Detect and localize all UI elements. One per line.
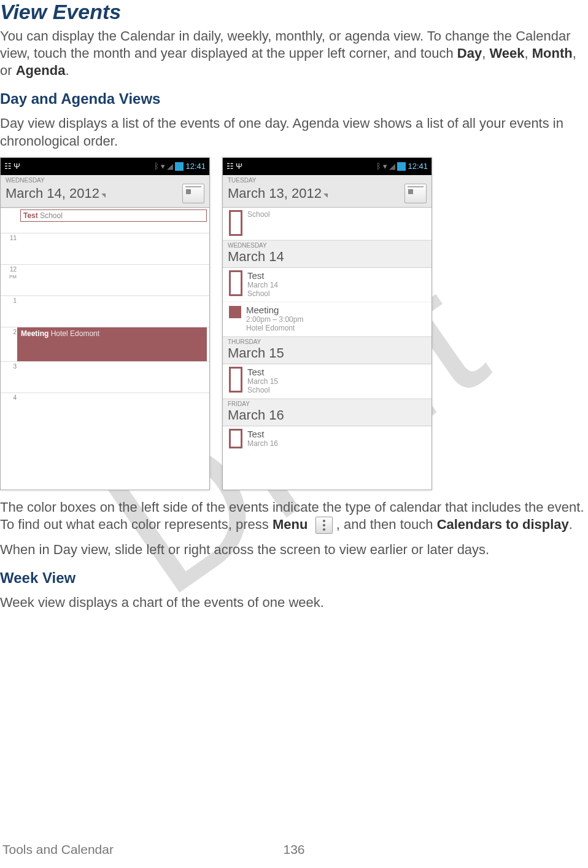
agenda-dow: FRIDAY: [223, 399, 431, 407]
battery-icon: [175, 162, 184, 171]
day-of-week: TUESDAY: [223, 175, 431, 184]
bluetooth-icon: ᛒ: [376, 162, 381, 171]
page-number: 136: [283, 842, 304, 857]
agenda-date: March 14: [223, 249, 431, 268]
agenda-date: March 15: [223, 345, 431, 364]
agenda-event[interactable]: Test March 14 School: [223, 268, 431, 302]
menu-icon: [315, 517, 333, 534]
signal-icon: ◢: [389, 162, 395, 171]
day-of-week: WEDNESDAY: [1, 175, 209, 184]
calendar-header: WEDNESDAY March 14, 2012: [1, 175, 209, 208]
hour-label: [1, 208, 18, 233]
agenda-date: March 16: [223, 407, 431, 426]
calendar-header: TUESDAY March 13, 2012: [223, 175, 431, 208]
day-view-screenshot: ☷ Ψ ᛒ ▾ ◢ 12:41 WEDNESDAY March 14, 2012: [0, 157, 210, 490]
status-bar: ☷ Ψ ᛒ ▾ ◢ 12:41: [1, 158, 209, 175]
agenda-dow: THURSDAY: [223, 337, 431, 345]
date-selector[interactable]: March 14, 2012: [6, 186, 106, 201]
usb-icon: Ψ: [14, 162, 20, 171]
wifi-icon: ▾: [383, 162, 387, 171]
day-agenda-desc: Day view displays a list of the events o…: [0, 115, 588, 149]
battery-icon: [397, 162, 406, 171]
hour-2: 2: [1, 327, 18, 361]
week-desc: Week view displays a chart of the events…: [0, 594, 588, 611]
hour-12: 12PM: [1, 265, 18, 295]
agenda-event[interactable]: Test March 16: [223, 426, 431, 452]
hour-1: 1: [1, 296, 18, 327]
hour-4: 4: [1, 393, 18, 424]
page-title: View Events: [0, 0, 588, 24]
page-footer: Tools and Calendar 136: [0, 842, 588, 857]
wifi-icon: ▾: [161, 162, 165, 171]
status-time: 12:41: [408, 162, 428, 171]
today-icon[interactable]: [182, 184, 204, 203]
agenda-event[interactable]: Test March 15 School: [223, 364, 431, 399]
bluetooth-icon: ᛒ: [154, 162, 159, 171]
section-day-agenda: Day and Agenda Views: [0, 90, 588, 108]
signal-icon: ◢: [167, 162, 173, 171]
agenda-view-screenshot: ☷ Ψ ᛒ ▾ ◢ 12:41 TUESDAY March 13, 2012 S: [222, 157, 432, 490]
status-time: 12:41: [185, 162, 206, 171]
footer-section: Tools and Calendar: [2, 842, 114, 857]
hour-3: 3: [1, 362, 18, 393]
screenshot-row: ☷ Ψ ᛒ ▾ ◢ 12:41 WEDNESDAY March 14, 2012: [0, 157, 588, 490]
date-selector[interactable]: March 13, 2012: [228, 186, 328, 201]
android-icon: ☷: [4, 162, 12, 171]
usb-icon: Ψ: [236, 162, 242, 171]
status-bar: ☷ Ψ ᛒ ▾ ◢ 12:41: [223, 158, 431, 175]
today-icon[interactable]: [404, 184, 427, 203]
intro-paragraph: You can display the Calendar in daily, w…: [0, 28, 588, 79]
event-meeting[interactable]: Meeting Hotel Edomont: [17, 327, 207, 361]
slide-desc: When in Day view, slide left or right ac…: [0, 541, 588, 558]
agenda-dow: WEDNESDAY: [223, 240, 431, 249]
agenda-event[interactable]: Meeting 2:00pm – 3:00pm Hotel Edomont: [223, 302, 431, 337]
agenda-event[interactable]: School: [223, 208, 431, 240]
hour-11: 11: [1, 233, 18, 264]
color-desc: The color boxes on the left side of the …: [0, 499, 588, 534]
android-icon: ☷: [226, 162, 234, 171]
event-test[interactable]: Test School: [20, 209, 207, 222]
section-week: Week View: [0, 569, 588, 587]
